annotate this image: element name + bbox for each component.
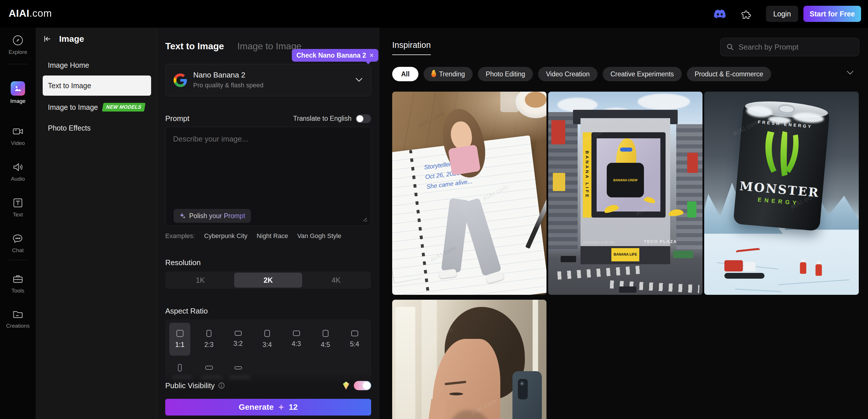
chip-trending[interactable]: Trending [424, 67, 473, 81]
chip-video-creation[interactable]: Video Creation [538, 67, 597, 81]
ratio-16-9-tile[interactable] [198, 360, 219, 376]
ratio-label: 4:5 [321, 341, 330, 349]
ratio-2-3-icon [207, 330, 211, 337]
city-sign-shape [687, 153, 698, 173]
rail-item-image[interactable]: Image [0, 81, 36, 104]
sunglasses-shape [620, 148, 632, 152]
ratio-9-16-tile[interactable] [169, 360, 190, 376]
tech-plaza-text: TECH PLAZA [644, 239, 677, 244]
rail-item-creations[interactable]: Creations [0, 308, 36, 329]
translate-row: Translate to English [293, 115, 371, 123]
tooltip-close-icon[interactable]: × [370, 51, 374, 59]
rail-item-explore[interactable]: Explore [0, 34, 36, 55]
example-van-gogh-style[interactable]: Van Gogh Style [297, 232, 341, 240]
toggle-knob [363, 382, 370, 389]
ratio-9-16-icon [178, 364, 182, 372]
inspiration-card-banana-city[interactable]: BANANA LIFE BANANA CREW SHINJUKU STATION… [548, 92, 703, 295]
chip-all[interactable]: All [392, 67, 418, 81]
discord-icon[interactable] [714, 8, 725, 20]
rail-label: Audio [11, 176, 25, 182]
rail-item-chat[interactable]: Chat [0, 232, 36, 254]
model-selector[interactable]: Nano Banana 2 Pro quality & flash speed [165, 64, 371, 96]
chat-bubble-icon [11, 232, 24, 245]
login-button[interactable]: Login [766, 6, 798, 22]
chip-photo-editing[interactable]: Photo Editing [478, 67, 533, 81]
sidebar-item-label: Image to Image [48, 103, 98, 111]
public-visibility-toggle[interactable] [354, 381, 371, 390]
ratio-label: 1:1 [175, 341, 185, 349]
textarea-resize-handle[interactable] [362, 217, 367, 222]
aspect-ratio-card: 1:1 2:3 3:2 3:4 4:3 4:5 5:4 [165, 319, 371, 387]
inspiration-card-man-phone[interactable]: AIAI.com AIAI.com [392, 300, 547, 419]
ratio-1-1-tile[interactable]: 1:1 [169, 323, 190, 356]
rail-divider [9, 64, 27, 64]
ratio-label: 2:3 [205, 341, 214, 349]
extension-puzzle-icon[interactable] [741, 8, 752, 20]
translate-label: Translate to English [293, 115, 351, 123]
ratio-3-4-icon [265, 330, 270, 337]
speaker-icon [11, 161, 24, 173]
ratio-3-4-tile[interactable]: 3:4 [257, 323, 278, 356]
sidebar-item-photo-effects[interactable]: Photo Effects [43, 121, 151, 135]
rail-item-text[interactable]: Text [0, 196, 36, 218]
generate-credits: 12 [289, 402, 298, 412]
ratio-21-9-icon [235, 366, 242, 369]
translate-toggle[interactable] [355, 115, 371, 123]
flame-icon [431, 71, 436, 77]
sparkle-icon [179, 213, 186, 219]
cutoff-label-blur [200, 376, 223, 380]
examples-row: Examples: Cyberpunk City Night Race Van … [165, 232, 341, 240]
ratio-21-9-tile[interactable] [227, 360, 249, 376]
resolution-segmented-control: 1K 2K 4K [165, 271, 371, 289]
chip-creative-experiments[interactable]: Creative Experiments [603, 67, 682, 81]
rail-item-video[interactable]: Video [0, 125, 36, 147]
search-box[interactable] [720, 38, 859, 56]
search-icon [726, 43, 734, 51]
site-logo[interactable]: AIAI.com [9, 7, 52, 19]
model-name: Nano Banana 2 [193, 71, 245, 79]
prompt-input[interactable] [165, 127, 371, 196]
ratio-5-4-tile[interactable]: 5:4 [344, 323, 365, 356]
chip-product-ecommerce[interactable]: Product & E-commerce [687, 67, 771, 81]
info-icon[interactable] [218, 382, 225, 389]
hiker-figure-shape [815, 264, 822, 276]
ratio-2-3-tile[interactable]: 2:3 [198, 323, 219, 356]
rail-item-audio[interactable]: Audio [0, 161, 36, 182]
polish-prompt-label: Polish your Prompt [189, 212, 245, 220]
google-logo-icon [174, 73, 187, 87]
mascot-hoodie-shape: BANANA CREW [607, 163, 644, 197]
example-cyberpunk-city[interactable]: Cyberpunk City [204, 232, 247, 240]
collapse-sidebar-icon[interactable] [43, 35, 51, 43]
sketched-leg-shape [461, 198, 501, 276]
resolution-option-2k[interactable]: 2K [234, 272, 302, 288]
video-camera-icon [11, 125, 24, 138]
sidebar-item-text-to-image[interactable]: Text to Image [43, 75, 151, 96]
inspiration-card-girl-sketchbook[interactable]: Storyteller's Draft Oct 26, 2023 She cam… [392, 92, 547, 295]
hiker-figure-shape [800, 262, 806, 274]
ratio-4-3-tile[interactable]: 4:3 [286, 323, 307, 356]
credit-sparkle-icon [278, 404, 285, 411]
window-light-shape [395, 307, 415, 419]
search-input[interactable] [739, 43, 848, 52]
sidebar-item-image-to-image[interactable]: Image to Image NEW MODELS [43, 100, 151, 114]
start-for-free-button[interactable]: Start for Free [803, 6, 861, 22]
ratio-3-2-tile[interactable]: 3:2 [227, 323, 249, 356]
cutoff-label-blur [172, 376, 192, 380]
banana-life-vertical-sign: BANANA LIFE [583, 132, 591, 218]
sidebar-item-label: Photo Effects [48, 124, 91, 132]
public-visibility-row: Public Visibility [165, 381, 371, 390]
resolution-option-4k[interactable]: 4K [302, 272, 370, 288]
chips-expand-chevron-icon[interactable] [846, 70, 854, 75]
rail-item-tools[interactable]: Tools [0, 272, 36, 294]
sidebar-item-image-home[interactable]: Image Home [43, 59, 151, 71]
folder-icon [11, 308, 24, 320]
inspiration-card-monster-glacier[interactable]: FRESH ENERGY MONSTER ENERGY [704, 92, 859, 295]
crosswalk-shape [557, 265, 642, 279]
ratio-4-5-tile[interactable]: 4:5 [315, 323, 336, 356]
resolution-option-1k[interactable]: 1K [166, 272, 234, 288]
polish-prompt-button[interactable]: Polish your Prompt [174, 209, 251, 223]
example-night-race[interactable]: Night Race [257, 232, 288, 240]
tab-text-to-image[interactable]: Text to Image [165, 41, 224, 52]
generate-button[interactable]: Generate 12 [165, 399, 371, 416]
tab-image-to-image[interactable]: Image to Image [237, 41, 301, 52]
